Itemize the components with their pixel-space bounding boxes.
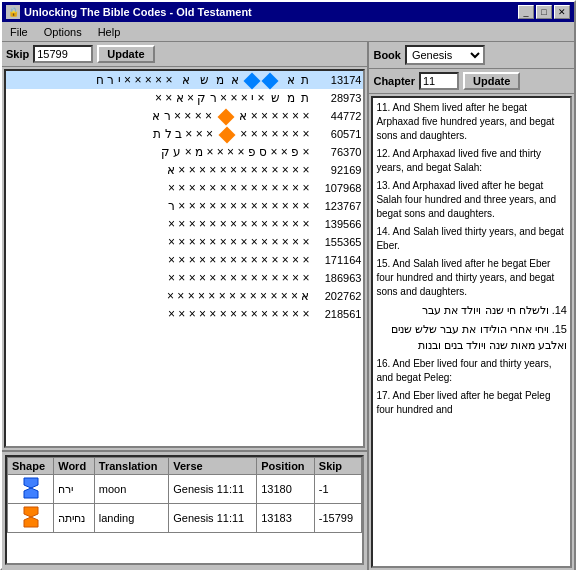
row-number: 44772 xyxy=(311,109,363,123)
col-shape: Shape xyxy=(8,458,54,475)
svg-marker-0 xyxy=(24,478,38,498)
main-content: Skip Update 13174 ת א א מ ש א × × × × xyxy=(2,42,574,570)
row-number: 139566 xyxy=(311,217,363,231)
translation-cell: landing xyxy=(94,504,168,533)
verse-14b: 14. ולשלח חי שנה ויולד את עבר xyxy=(376,303,567,318)
col-skip: Skip xyxy=(314,458,362,475)
row-text: × × × × × × × × × × × × × × xyxy=(166,234,311,250)
table-row: 107968 × × × × × × × × × × × × × × xyxy=(6,179,363,197)
row-number: 123767 xyxy=(311,199,363,213)
row-number: 92169 xyxy=(311,163,363,177)
main-window: 🔒 Unlocking The Bible Codes - Old Testam… xyxy=(0,0,576,570)
verse-17: 17. And Eber lived after he begat Peleg … xyxy=(376,389,567,417)
row-number: 186963 xyxy=(311,271,363,285)
row-number: 155365 xyxy=(311,235,363,249)
hourglass-orange-icon xyxy=(22,506,40,528)
table-row: 76370 × פ × × ס פ × × × × מ × ע ק xyxy=(6,143,363,161)
menu-file[interactable]: File xyxy=(6,25,32,39)
row-number: 202762 xyxy=(311,289,363,303)
results-data-table: Shape Word Translation Verse Position Sk… xyxy=(7,457,362,533)
table-row: 28973 ת מ ש × י × × × ר ק × א × × xyxy=(6,89,363,107)
row-text: א × × × × × × × × × × × × × xyxy=(165,288,311,304)
table-row: 139566 × × × × × × × × × × × × × × xyxy=(6,215,363,233)
left-panel: Skip Update 13174 ת א א מ ש א × × × × xyxy=(2,42,369,570)
title-bar-left: 🔒 Unlocking The Bible Codes - Old Testam… xyxy=(6,5,252,19)
row-number: 28973 xyxy=(311,91,363,105)
table-row: ירח moon Genesis 11:11 13180 -1 xyxy=(8,475,362,504)
table-row: 44772 × × × × × × א × × × × ר א xyxy=(6,107,363,125)
shape-cell xyxy=(8,504,54,533)
chapter-update-button[interactable]: Update xyxy=(463,72,520,90)
results-table-container: Shape Word Translation Verse Position Sk… xyxy=(2,450,367,570)
verse-12: 12. And Arphaxad lived five and thirty y… xyxy=(376,147,567,175)
verse-16: 16. And Eber lived four and thirty years… xyxy=(376,357,567,385)
row-text: × × × × × × א × × × × ר א xyxy=(150,108,311,124)
bible-text[interactable]: 11. And Shem lived after he begat Arphax… xyxy=(371,96,572,568)
verse-13: 13. And Arphaxad lived after he begat Sa… xyxy=(376,179,567,221)
col-word: Word xyxy=(54,458,95,475)
skip-label: Skip xyxy=(6,48,29,60)
row-number: 171164 xyxy=(311,253,363,267)
table-row: 13174 ת א א מ ש א × × × × × י ר ח xyxy=(6,71,363,89)
row-number: 107968 xyxy=(311,181,363,195)
verse-15: 15. And Salah lived after he begat Eber … xyxy=(376,257,567,299)
col-verse: Verse xyxy=(169,458,257,475)
skip-cell: -1 xyxy=(314,475,362,504)
table-row: 123767 × × × × × × × × × × × × × ר xyxy=(6,197,363,215)
maximize-button[interactable]: □ xyxy=(536,5,552,19)
position-cell: 13180 xyxy=(257,475,315,504)
row-number: 13174 xyxy=(311,73,363,87)
col-translation: Translation xyxy=(94,458,168,475)
verse-11: 11. And Shem lived after he begat Arphax… xyxy=(376,101,567,143)
word-cell: ירח xyxy=(54,475,95,504)
table-row: 60571 × × × × × × × × × × ב ל ת xyxy=(6,125,363,143)
left-toolbar: Skip Update xyxy=(2,42,367,67)
book-select[interactable]: Genesis Exodus Leviticus xyxy=(405,45,485,65)
hourglass-blue-icon xyxy=(22,477,40,499)
row-number: 76370 xyxy=(311,145,363,159)
shape-cell xyxy=(8,475,54,504)
table-row: 218561 × × × × × × × × × × × × × × xyxy=(6,305,363,323)
row-number: 60571 xyxy=(311,127,363,141)
row-number: 218561 xyxy=(311,307,363,321)
verse-14: 14. And Salah lived thirty years, and be… xyxy=(376,225,567,253)
row-text: × × × × × × × × × × × × × × xyxy=(166,306,311,322)
menu-options[interactable]: Options xyxy=(40,25,86,39)
table-row: 186963 × × × × × × × × × × × × × × xyxy=(6,269,363,287)
position-cell: 13183 xyxy=(257,504,315,533)
row-text: × × × × × × × × × × × × × א xyxy=(165,162,311,178)
update-button[interactable]: Update xyxy=(97,45,154,63)
skip-input[interactable] xyxy=(33,45,93,63)
row-text: × פ × × ס פ × × × × מ × ע ק xyxy=(159,144,311,160)
table-row: 92169 × × × × × × × × × × × × × א xyxy=(6,161,363,179)
right-panel: Book Genesis Exodus Leviticus Chapter Up… xyxy=(369,42,574,570)
row-text: × × × × × × × × × × × × × × xyxy=(166,270,311,286)
menu-bar: File Options Help xyxy=(2,22,574,42)
title-bar: 🔒 Unlocking The Bible Codes - Old Testam… xyxy=(2,2,574,22)
table-row: נחיתה landing Genesis 11:11 13183 -15799 xyxy=(8,504,362,533)
app-icon: 🔒 xyxy=(6,5,20,19)
menu-help[interactable]: Help xyxy=(94,25,125,39)
chapter-toolbar: Chapter Update xyxy=(369,69,574,94)
verse-cell: Genesis 11:11 xyxy=(169,504,257,533)
table-row: 202762 א × × × × × × × × × × × × × xyxy=(6,287,363,305)
close-button[interactable]: ✕ xyxy=(554,5,570,19)
table-row: 171164 × × × × × × × × × × × × × × xyxy=(6,251,363,269)
chapter-input[interactable] xyxy=(419,72,459,90)
row-text: × × × × × × × × × × ב ל ת xyxy=(151,126,311,142)
title-buttons: _ □ ✕ xyxy=(518,5,570,19)
results-table: Shape Word Translation Verse Position Sk… xyxy=(5,455,364,565)
col-position: Position xyxy=(257,458,315,475)
window-title: Unlocking The Bible Codes - Old Testamen… xyxy=(24,6,252,18)
hebrew-grid: 13174 ת א א מ ש א × × × × × י ר ח 28973 … xyxy=(4,69,365,448)
book-label: Book xyxy=(373,49,401,61)
translation-cell: moon xyxy=(94,475,168,504)
grid-scroll[interactable]: 13174 ת א א מ ש א × × × × × י ר ח 28973 … xyxy=(6,71,363,446)
row-text: × × × × × × × × × × × × × × xyxy=(166,252,311,268)
chapter-label: Chapter xyxy=(373,75,415,87)
word-cell: נחיתה xyxy=(54,504,95,533)
row-text: × × × × × × × × × × × × × × xyxy=(166,216,311,232)
row-text: ת מ ש × י × × × ר ק × א × × xyxy=(153,90,311,106)
minimize-button[interactable]: _ xyxy=(518,5,534,19)
skip-cell: -15799 xyxy=(314,504,362,533)
